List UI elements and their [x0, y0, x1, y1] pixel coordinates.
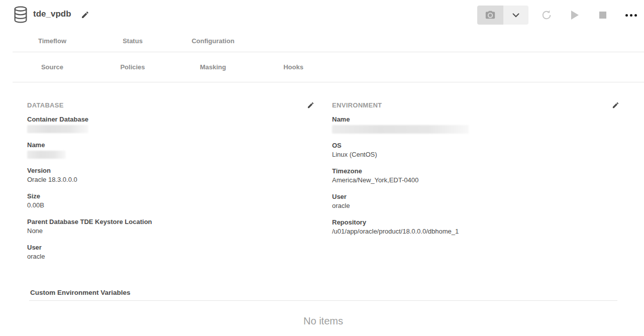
play-icon	[571, 11, 579, 20]
field-timezone: Timezone America/New_York,EDT-0400	[332, 167, 621, 185]
snapshot-menu-button[interactable]	[503, 6, 528, 25]
field-label: Timezone	[332, 167, 621, 176]
field-value: Oracle 18.3.0.0.0	[27, 175, 316, 184]
main-tabs: Timeflow Status Configuration	[0, 30, 644, 52]
redacted-value	[27, 151, 66, 159]
redacted-value	[27, 125, 88, 133]
custom-environment-variables-section: Custom Environment Variables No items	[29, 289, 617, 336]
field-label: Container Database	[27, 115, 316, 124]
field-label: User	[332, 192, 621, 201]
field-label: Parent Database TDE Keystore Location	[27, 217, 316, 227]
field-database-name: Name	[27, 141, 316, 159]
header: tde_vpdb	[0, 0, 644, 30]
subtab-hooks[interactable]: Hooks	[253, 63, 334, 71]
configuration-subtabs: Source Policies Masking Hooks	[0, 52, 644, 82]
empty-state-text: No items	[29, 315, 617, 327]
more-options-button[interactable]	[621, 6, 641, 25]
field-database-user: User oracle	[27, 243, 316, 261]
subtab-masking[interactable]: Masking	[173, 63, 253, 71]
tab-timeflow[interactable]: Timeflow	[12, 37, 92, 45]
field-os: OS Linux (CentOS)	[332, 141, 621, 159]
environment-section: ENVIRONMENT Name OS Linux (CentOS) Timez…	[332, 100, 621, 269]
field-value: Linux (CentOS)	[332, 150, 621, 159]
stop-icon	[599, 12, 606, 19]
snapshot-split-button	[477, 6, 528, 25]
custom-environment-variables-title: Custom Environment Variables	[29, 289, 617, 301]
field-value: None	[27, 227, 316, 236]
field-label: Name	[332, 115, 621, 124]
tab-status[interactable]: Status	[92, 37, 173, 45]
refresh-icon	[541, 9, 553, 21]
chevron-down-icon	[512, 13, 519, 18]
source-panel: DATABASE Container Database Name Version…	[0, 100, 644, 269]
subtab-source[interactable]: Source	[12, 63, 92, 71]
title-edit-pencil-icon[interactable]	[81, 11, 89, 19]
field-label: User	[27, 243, 316, 252]
camera-icon	[485, 10, 496, 21]
field-value: America/New_York,EDT-0400	[332, 176, 621, 185]
field-label: Name	[27, 141, 316, 150]
environment-section-title: ENVIRONMENT	[332, 101, 382, 109]
start-button[interactable]	[565, 6, 585, 25]
field-label: OS	[332, 141, 621, 150]
field-tde-keystore-location: Parent Database TDE Keystore Location No…	[27, 217, 316, 236]
tab-configuration[interactable]: Configuration	[173, 37, 253, 45]
field-value: oracle	[27, 252, 316, 261]
database-icon	[14, 6, 28, 23]
redacted-value	[332, 125, 469, 134]
action-toolbar	[477, 6, 641, 25]
page-title: tde_vpdb	[33, 9, 71, 19]
database-section: DATABASE Container Database Name Version…	[27, 100, 316, 269]
subtabs-divider	[13, 82, 644, 82]
field-environment-user: User oracle	[332, 192, 621, 210]
environment-edit-pencil-icon[interactable]	[612, 101, 621, 109]
subtab-policies[interactable]: Policies	[92, 63, 173, 71]
field-size: Size 0.00B	[27, 192, 316, 210]
field-label: Repository	[332, 218, 621, 227]
field-label: Version	[27, 166, 316, 175]
field-value: /u01/app/oracle/product/18.0.0.0/dbhome_…	[332, 227, 621, 236]
database-section-title: DATABASE	[27, 101, 64, 109]
field-value: oracle	[332, 201, 621, 210]
stop-button[interactable]	[593, 6, 613, 25]
refresh-button[interactable]	[536, 6, 557, 25]
field-environment-name: Name	[332, 115, 621, 134]
field-label: Size	[27, 192, 316, 201]
field-container-database: Container Database	[27, 115, 316, 133]
field-version: Version Oracle 18.3.0.0.0	[27, 166, 316, 184]
snapshot-button[interactable]	[477, 6, 503, 25]
database-edit-pencil-icon[interactable]	[307, 101, 316, 109]
field-repository: Repository /u01/app/oracle/product/18.0.…	[332, 218, 621, 236]
field-value: 0.00B	[27, 201, 316, 210]
ellipsis-icon	[625, 14, 637, 17]
